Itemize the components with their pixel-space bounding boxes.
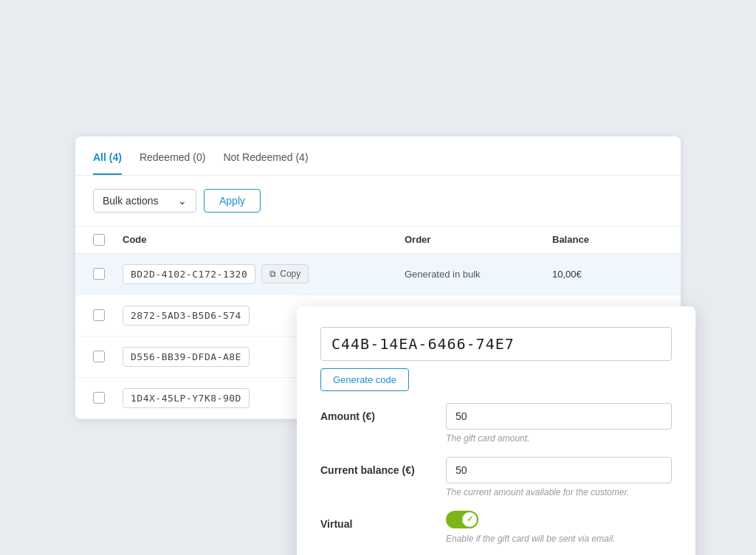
table-row: BD2D-4102-C172-1320 ⧉ Copy Generated in … <box>75 254 681 295</box>
code-badge: BD2D-4102-C172-1320 <box>123 264 255 284</box>
code-badge: D556-BB39-DFDA-A8E <box>123 347 250 367</box>
row-checkbox[interactable] <box>93 309 105 321</box>
generate-code-button[interactable]: Generate code <box>320 368 409 391</box>
page-container: All (4) Redeemed (0) Not Redeemed (4) Bu… <box>75 137 681 419</box>
tab-redeemed[interactable]: Redeemed (0) <box>140 151 206 175</box>
amount-input[interactable] <box>446 403 672 430</box>
code-badge: 2872-5AD3-B5D6-574 <box>123 306 250 325</box>
virtual-hint: Enable if the gift card will be sent via… <box>446 534 672 544</box>
code-input-row: Generate code <box>320 327 672 391</box>
header-order: Order <box>405 234 552 246</box>
copy-label: Copy <box>280 269 300 279</box>
detail-panel: Generate code Amount (€) The gift card a… <box>297 306 695 556</box>
order-cell: Generated in bulk <box>405 269 552 280</box>
row-checkbox-cell <box>93 351 123 362</box>
balance-cell: 10,00€ <box>552 269 663 280</box>
virtual-label: Virtual <box>320 511 446 530</box>
toggle-knob <box>462 512 477 527</box>
balance-hint: The current amount available for the cus… <box>446 487 672 497</box>
code-input[interactable] <box>320 327 672 361</box>
tabs-row: All (4) Redeemed (0) Not Redeemed (4) <box>75 137 681 176</box>
select-all-checkbox[interactable] <box>93 234 105 246</box>
row-checkbox-cell <box>93 268 123 280</box>
header-code: Code <box>123 234 405 246</box>
virtual-form-group: Virtual Enable if the gift card will be … <box>320 511 672 544</box>
toolbar: Bulk actions ⌄ Apply <box>75 176 681 226</box>
virtual-toggle[interactable] <box>446 511 478 528</box>
balance-label: Current balance (€) <box>320 457 446 476</box>
amount-form-group: Amount (€) The gift card amount. <box>320 403 672 444</box>
amount-hint: The gift card amount. <box>446 433 672 444</box>
code-cell: BD2D-4102-C172-1320 ⧉ Copy <box>123 264 405 284</box>
tab-not-redeemed[interactable]: Not Redeemed (4) <box>223 151 308 175</box>
table-header: Code Order Balance <box>75 226 681 254</box>
chevron-down-icon: ⌄ <box>178 195 187 207</box>
row-checkbox[interactable] <box>93 392 105 404</box>
copy-button[interactable]: ⧉ Copy <box>261 264 309 283</box>
row-checkbox[interactable] <box>93 268 105 280</box>
amount-label: Amount (€) <box>320 403 446 422</box>
row-checkbox-cell <box>93 309 123 321</box>
bulk-actions-select[interactable]: Bulk actions ⌄ <box>93 189 196 213</box>
row-checkbox-cell <box>93 392 123 404</box>
balance-input-wrapper: The current amount available for the cus… <box>446 457 672 497</box>
apply-button[interactable]: Apply <box>204 189 261 213</box>
tab-all[interactable]: All (4) <box>93 151 122 175</box>
header-checkbox-cell <box>93 234 123 246</box>
balance-form-group: Current balance (€) The current amount a… <box>320 457 672 497</box>
balance-input[interactable] <box>446 457 672 483</box>
row-checkbox[interactable] <box>93 351 105 362</box>
bulk-actions-label: Bulk actions <box>103 195 158 207</box>
amount-input-wrapper: The gift card amount. <box>446 403 672 444</box>
header-balance: Balance <box>552 234 663 246</box>
copy-icon: ⧉ <box>269 269 276 279</box>
virtual-toggle-group: Enable if the gift card will be sent via… <box>446 511 672 544</box>
code-badge: 1D4X-45LP-Y7K8-90D <box>123 388 250 408</box>
